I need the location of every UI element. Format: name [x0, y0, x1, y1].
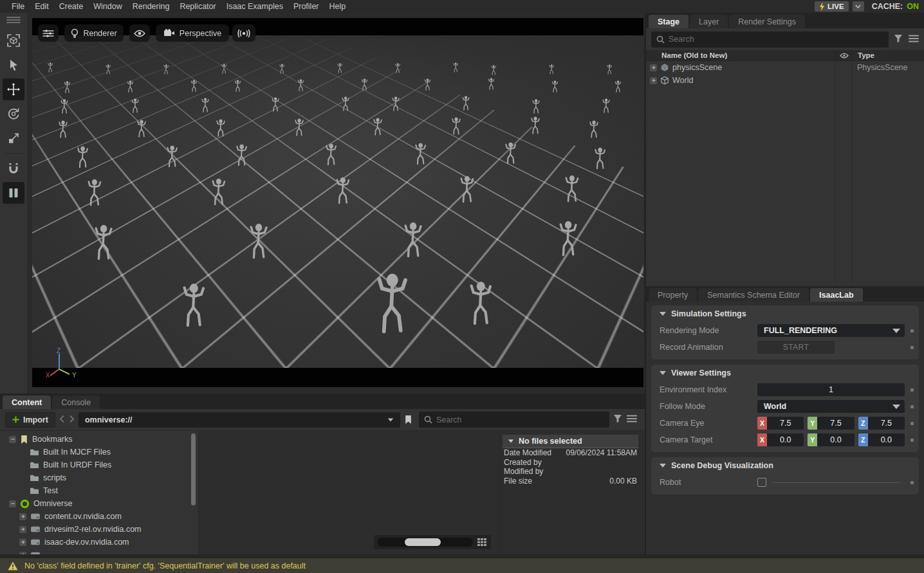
menu-file[interactable]: File — [6, 2, 30, 11]
record-start-button[interactable]: START — [757, 341, 835, 354]
tree-item-server-isaacdev[interactable]: isaac-dev.ov.nvidia.com — [0, 536, 198, 549]
broadcast-icon — [237, 29, 251, 38]
rotate-tool-button[interactable] — [3, 103, 24, 125]
cursor-select-button[interactable] — [3, 54, 24, 76]
scale-tool-button[interactable] — [3, 127, 24, 149]
tab-isaaclab[interactable]: IsaacLab — [810, 288, 863, 302]
move-tool-button[interactable] — [3, 78, 24, 100]
tree-item-scripts[interactable]: scripts — [0, 471, 198, 484]
viewport[interactable]: Renderer Perspective — [27, 13, 645, 394]
property-default-dot[interactable] — [910, 422, 914, 425]
camera-target-z-field[interactable]: 0.0 — [868, 433, 905, 446]
stage-row-world[interactable]: World — [646, 74, 924, 87]
property-default-dot[interactable] — [910, 388, 914, 392]
toolbar-grip-handle[interactable] — [6, 15, 21, 24]
column-type-header[interactable]: Type — [852, 50, 924, 60]
content-tabbar: Content Console — [0, 394, 645, 409]
expand-box-icon[interactable] — [19, 526, 26, 533]
selection-header[interactable]: No files selected — [503, 435, 638, 448]
import-button[interactable]: Import — [5, 412, 55, 428]
viewer-settings-header[interactable]: Viewer Settings — [651, 365, 919, 381]
visibility-menu-button[interactable] — [129, 24, 150, 42]
tree-item-test[interactable]: Test — [0, 484, 198, 497]
camera-eye-z-field[interactable]: 7.5 — [868, 417, 905, 430]
broadcast-button[interactable] — [232, 24, 255, 42]
stage-row-physicsscene[interactable]: physicsScene PhysicsScene — [646, 61, 924, 74]
tab-render-settings[interactable]: Render Settings — [729, 15, 805, 28]
tree-item-urdf[interactable]: Built In URDF Files — [0, 459, 198, 471]
expand-box-icon[interactable] — [19, 513, 26, 520]
stage-filter-button[interactable] — [894, 34, 903, 45]
thumbnail-slider[interactable] — [378, 538, 473, 547]
tab-property[interactable]: Property — [649, 288, 697, 302]
live-dropdown-button[interactable] — [853, 1, 864, 12]
menu-window[interactable]: Window — [88, 2, 127, 11]
bookmark-icon[interactable] — [404, 415, 412, 424]
camera-menu-button[interactable]: Perspective — [156, 24, 229, 42]
content-filter-button[interactable] — [613, 414, 623, 425]
follow-mode-dropdown[interactable]: World — [757, 400, 905, 413]
tree-item-server-content[interactable]: content.ov.nvidia.com — [0, 510, 198, 523]
live-button[interactable]: LIVE — [815, 1, 849, 12]
camera-eye-y-field[interactable]: 7.5 — [817, 417, 854, 430]
slider-knob[interactable] — [405, 538, 441, 546]
snap-tool-button[interactable] — [3, 158, 24, 179]
camera-eye-x-field[interactable]: 7.5 — [767, 417, 804, 430]
property-default-dot[interactable] — [910, 405, 914, 408]
forward-button[interactable] — [69, 415, 75, 425]
tab-stage[interactable]: Stage — [649, 15, 688, 28]
stage-options-button[interactable] — [909, 35, 919, 44]
menu-edit[interactable]: Edit — [30, 2, 54, 11]
menu-help[interactable]: Help — [324, 2, 351, 11]
path-bar[interactable] — [79, 412, 400, 428]
menu-rendering[interactable]: Rendering — [127, 2, 175, 11]
tree-item-server-drivesim[interactable]: drivesim2-rel.ov.nvidia.com — [0, 523, 198, 536]
content-search-field[interactable] — [419, 412, 609, 428]
pause-button[interactable] — [3, 182, 24, 204]
path-input[interactable] — [85, 415, 387, 424]
property-default-dot[interactable] — [910, 346, 914, 349]
tree-scrollbar[interactable] — [191, 433, 196, 505]
tree-item-omniverse[interactable]: Omniverse — [0, 497, 198, 510]
camera-target-y-field[interactable]: 0.0 — [817, 433, 854, 446]
camera-target-x-field[interactable]: 0.0 — [767, 433, 804, 446]
content-search-input[interactable] — [436, 415, 604, 424]
environment-index-field[interactable]: 1 — [757, 383, 905, 396]
viewport-settings-button[interactable] — [38, 24, 59, 42]
rendering-mode-dropdown[interactable]: FULL_RENDERING — [757, 324, 905, 337]
path-dropdown-icon[interactable] — [388, 418, 394, 421]
file-grid-area[interactable] — [198, 431, 499, 554]
collapse-box-icon[interactable] — [9, 436, 16, 443]
robot-checkbox[interactable] — [757, 478, 766, 487]
tab-content[interactable]: Content — [3, 396, 51, 409]
tree-item-bookmarks[interactable]: Bookmarks — [0, 433, 198, 446]
tab-semantics-schema-editor[interactable]: Semantics Schema Editor — [698, 288, 809, 302]
collapse-box-icon[interactable] — [9, 500, 16, 507]
property-default-dot[interactable] — [910, 481, 914, 484]
property-default-dot[interactable] — [910, 439, 914, 442]
tab-console[interactable]: Console — [52, 396, 100, 409]
property-default-dot[interactable] — [910, 329, 914, 332]
stage-column-headers[interactable]: Name (Old to New) Type — [646, 50, 924, 61]
menu-profiler[interactable]: Profiler — [288, 2, 324, 11]
select-mode-button[interactable] — [3, 30, 24, 51]
column-name-header[interactable]: Name (Old to New) — [646, 51, 835, 59]
viewport-canvas[interactable] — [32, 35, 643, 368]
renderer-menu-button[interactable]: Renderer — [64, 24, 124, 42]
menu-replicator[interactable]: Replicator — [174, 2, 221, 11]
simulation-settings-header[interactable]: Simulation Settings — [651, 305, 919, 322]
menu-create[interactable]: Create — [54, 2, 89, 11]
expand-icon[interactable] — [650, 64, 657, 71]
stage-search-field[interactable] — [651, 32, 889, 48]
content-options-button[interactable] — [627, 415, 637, 424]
stage-search-input[interactable] — [669, 35, 883, 44]
scene-debug-header[interactable]: Scene Debug Visualization — [651, 457, 919, 474]
expand-box-icon[interactable] — [19, 539, 26, 546]
tree-item-mjcf[interactable]: Built In MJCF Files — [0, 446, 198, 459]
menu-isaac-examples[interactable]: Isaac Examples — [221, 2, 288, 11]
tree-item-server-partial[interactable] — [0, 549, 198, 554]
expand-icon[interactable] — [650, 77, 657, 84]
tab-layer[interactable]: Layer — [690, 15, 728, 28]
grid-view-icon[interactable] — [477, 538, 487, 547]
back-button[interactable] — [59, 415, 65, 425]
